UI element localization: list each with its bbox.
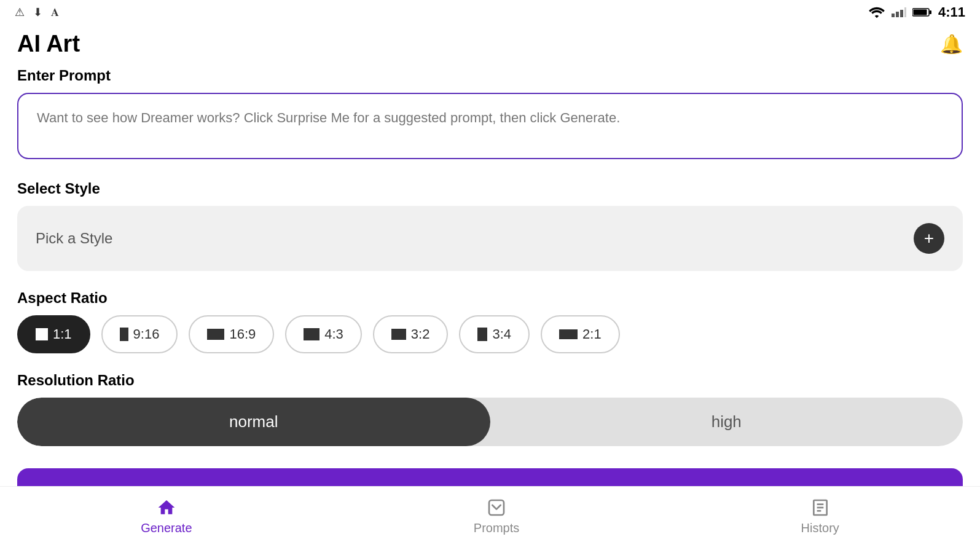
font-icon: 𝐀 bbox=[51, 6, 59, 19]
aspect-label-9-16: 9:16 bbox=[133, 326, 160, 342]
svg-rect-6 bbox=[929, 10, 931, 14]
nav-label-prompts: Prompts bbox=[474, 521, 519, 535]
alert-icon: ⚠ bbox=[15, 6, 25, 19]
aspect-label-2-1: 2:1 bbox=[582, 326, 602, 342]
resolution-btn-normal[interactable]: normal bbox=[17, 398, 490, 446]
aspect-btn-3-2[interactable]: 3:2 bbox=[373, 315, 449, 353]
style-section: Select Style Pick a Style + bbox=[17, 180, 963, 271]
resolution-label: Resolution Ratio bbox=[17, 372, 963, 389]
svg-rect-0 bbox=[892, 14, 895, 17]
prompt-label: Enter Prompt bbox=[17, 67, 963, 84]
nav-item-prompts[interactable]: Prompts bbox=[474, 498, 519, 535]
nav-label-history: History bbox=[801, 521, 839, 535]
aspect-icon-3-2 bbox=[391, 329, 406, 340]
aspect-ratio-section: Aspect Ratio 1:1 9:16 16:9 4:3 3:2 bbox=[17, 289, 963, 353]
aspect-btn-4-3[interactable]: 4:3 bbox=[285, 315, 362, 353]
aspect-icon-3-4 bbox=[477, 328, 487, 341]
aspect-btn-2-1[interactable]: 2:1 bbox=[541, 315, 620, 353]
add-style-button[interactable]: + bbox=[914, 223, 944, 254]
svg-rect-7 bbox=[489, 500, 504, 515]
aspect-icon-2-1 bbox=[559, 329, 578, 339]
prompt-input[interactable] bbox=[17, 93, 963, 159]
aspect-label-16-9: 16:9 bbox=[229, 326, 256, 342]
plus-icon: + bbox=[924, 229, 934, 248]
aspect-btn-16-9[interactable]: 16:9 bbox=[189, 315, 274, 353]
aspect-label-4-3: 4:3 bbox=[324, 326, 343, 342]
svg-rect-2 bbox=[900, 10, 903, 17]
app-title: AI Art bbox=[17, 31, 80, 57]
aspect-btn-9-16[interactable]: 9:16 bbox=[101, 315, 178, 353]
svg-rect-1 bbox=[896, 12, 899, 17]
history-icon bbox=[810, 498, 830, 517]
wifi-icon bbox=[868, 6, 885, 18]
resolution-btn-high[interactable]: high bbox=[490, 398, 963, 446]
aspect-ratio-label: Aspect Ratio bbox=[17, 289, 963, 307]
nav-item-history[interactable]: History bbox=[801, 498, 839, 535]
status-bar: ⚠ ⬇ 𝐀 4:11 bbox=[0, 0, 980, 25]
aspect-ratio-buttons: 1:1 9:16 16:9 4:3 3:2 3:4 bbox=[17, 315, 963, 353]
style-picker[interactable]: Pick a Style + bbox=[17, 206, 963, 271]
battery-icon bbox=[912, 6, 932, 18]
aspect-btn-1-1[interactable]: 1:1 bbox=[17, 315, 90, 353]
bell-icon[interactable]: 🔔 bbox=[940, 33, 963, 55]
prompts-icon bbox=[487, 498, 506, 517]
aspect-label-3-2: 3:2 bbox=[411, 326, 430, 342]
aspect-icon-4-3 bbox=[304, 328, 319, 340]
nav-label-generate: Generate bbox=[141, 521, 192, 535]
resolution-section: Resolution Ratio normal high bbox=[17, 372, 963, 446]
prompt-section: Enter Prompt bbox=[17, 67, 963, 180]
status-bar-right: 4:11 bbox=[868, 4, 965, 20]
download-icon: ⬇ bbox=[33, 6, 42, 19]
signal-icon bbox=[892, 6, 906, 18]
home-icon bbox=[157, 498, 176, 517]
svg-rect-3 bbox=[904, 7, 906, 17]
resolution-toggle: normal high bbox=[17, 398, 963, 446]
header: AI Art 🔔 bbox=[0, 25, 980, 67]
aspect-icon-9-16 bbox=[120, 328, 128, 341]
aspect-label-1-1: 1:1 bbox=[53, 326, 72, 342]
style-picker-placeholder: Pick a Style bbox=[36, 230, 112, 247]
main-content: Enter Prompt Select Style Pick a Style +… bbox=[0, 67, 980, 550]
style-label: Select Style bbox=[17, 180, 963, 197]
aspect-label-3-4: 3:4 bbox=[492, 326, 511, 342]
time-display: 4:11 bbox=[938, 4, 965, 20]
aspect-icon-16-9 bbox=[207, 329, 224, 340]
bottom-nav: Generate Prompts History bbox=[0, 486, 980, 550]
nav-item-generate[interactable]: Generate bbox=[141, 498, 192, 535]
svg-rect-5 bbox=[913, 10, 927, 15]
aspect-icon-1-1 bbox=[36, 328, 48, 340]
aspect-btn-3-4[interactable]: 3:4 bbox=[459, 315, 530, 353]
status-bar-left: ⚠ ⬇ 𝐀 bbox=[15, 6, 59, 19]
